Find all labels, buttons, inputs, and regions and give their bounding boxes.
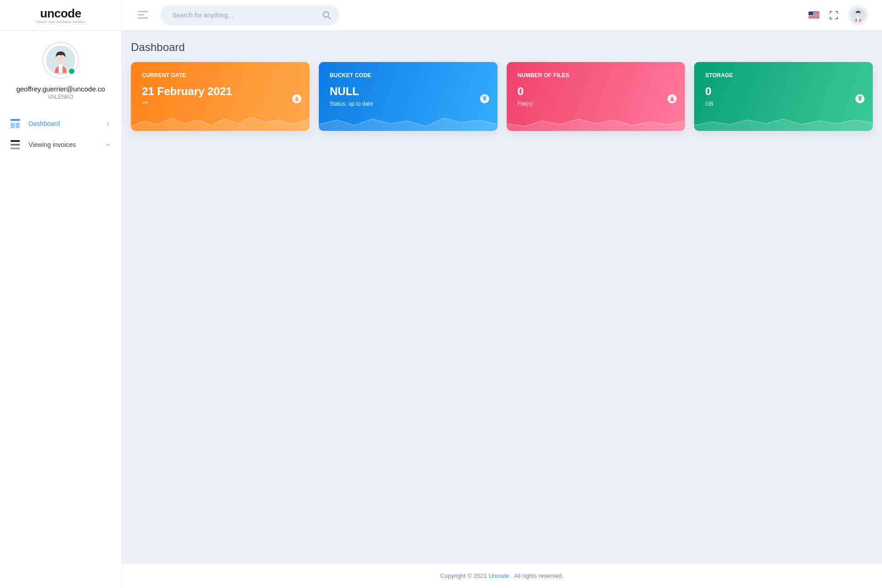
card-value: 0: [518, 85, 674, 98]
profile-block: geoffrey.guerrier@uncode.co VALENKO: [0, 31, 121, 108]
card-sub: File(s): [518, 101, 674, 107]
card-action-upload[interactable]: [480, 94, 489, 103]
svg-rect-6: [11, 140, 20, 142]
avatar[interactable]: [42, 42, 79, 79]
dashboard-icon: [10, 119, 20, 129]
card-value: NULL: [330, 85, 486, 98]
header-actions: [808, 5, 873, 25]
sidebar-item-label: Dashboard: [28, 120, 60, 127]
header: [122, 0, 882, 31]
card-bucket-code: BUCKET CODE NULL Status: up to date: [319, 62, 498, 131]
footer-suffix: . All rights reserved.: [511, 572, 564, 579]
sparkline: [694, 111, 873, 131]
card-label: NUMBER OF FILES: [518, 72, 674, 79]
svg-rect-7: [11, 144, 20, 146]
sparkline: [319, 111, 498, 131]
svg-rect-17: [808, 15, 820, 16]
footer-prefix: Copyright © 2021: [440, 572, 486, 579]
sidebar-item-viewing-invoices[interactable]: Viewing invoices: [0, 134, 121, 155]
svg-rect-1: [59, 64, 63, 73]
fullscreen-button[interactable]: [829, 10, 839, 20]
sidebar-nav: Dashboard Viewing invoices: [0, 108, 121, 160]
svg-rect-9: [138, 11, 148, 12]
svg-rect-3: [11, 119, 20, 121]
card-action-download[interactable]: [667, 94, 677, 103]
svg-rect-20: [808, 11, 813, 15]
svg-rect-18: [808, 17, 820, 17]
card-value: 21 February 2021: [142, 85, 299, 98]
card-number-of-files: NUMBER OF FILES 0 File(s): [507, 62, 685, 131]
footer-brand-link[interactable]: Uncode: [489, 572, 509, 579]
footer: Copyright © 2021 Uncode . All rights res…: [122, 563, 882, 588]
card-value: 0: [705, 85, 862, 98]
card-label: STORAGE: [705, 72, 862, 79]
menu-toggle-button[interactable]: [134, 6, 152, 24]
hamburger-icon: [138, 11, 148, 19]
user-avatar-button[interactable]: [848, 5, 868, 25]
card-current-date: CURRENT DATE 21 February 2021 ***: [131, 62, 310, 131]
search-icon[interactable]: [322, 11, 331, 20]
card-sub: GB: [705, 101, 862, 107]
logo-subtitle: Unlock Your Business Solution: [36, 20, 86, 24]
svg-rect-22: [857, 17, 859, 22]
search-wrap: [160, 5, 339, 25]
avatar-icon: [850, 7, 866, 23]
card-label: CURRENT DATE: [142, 72, 299, 79]
svg-rect-11: [138, 17, 148, 19]
card-storage: STORAGE 0 GB: [694, 62, 873, 131]
svg-rect-19: [808, 18, 820, 19]
profile-email: geoffrey.guerrier@uncode.co: [16, 85, 105, 93]
card-action-download[interactable]: [292, 94, 301, 103]
card-sub: ***: [142, 101, 299, 107]
logo[interactable]: uncode Unlock Your Business Solution: [0, 0, 121, 31]
chevron-down-icon: [105, 141, 111, 148]
fullscreen-icon: [830, 11, 838, 19]
main-content: Dashboard CURRENT DATE 21 February 2021 …: [122, 31, 882, 588]
svg-rect-4: [11, 123, 15, 128]
chevron-right-icon: [105, 120, 111, 127]
search-input[interactable]: [160, 5, 339, 25]
download-icon: [670, 96, 674, 101]
svg-rect-10: [138, 14, 144, 16]
logo-text: uncode: [40, 6, 81, 21]
page-title: Dashboard: [122, 31, 882, 62]
card-action-upload[interactable]: [855, 94, 865, 103]
sidebar: uncode Unlock Your Business Solution geo…: [0, 0, 122, 588]
card-label: BUCKET CODE: [330, 72, 486, 79]
status-online-icon: [68, 68, 75, 75]
invoices-icon: [10, 140, 20, 150]
upload-icon: [482, 96, 487, 101]
download-icon: [294, 96, 299, 101]
language-flag-us[interactable]: [808, 11, 820, 19]
sidebar-item-label: Viewing invoices: [28, 141, 76, 148]
profile-company: VALENKO: [48, 94, 74, 100]
sparkline: [131, 111, 310, 131]
svg-line-13: [328, 17, 330, 19]
sidebar-item-dashboard[interactable]: Dashboard: [0, 113, 121, 134]
summary-cards: CURRENT DATE 21 February 2021 *** BUCKET…: [122, 62, 882, 131]
card-sub: Status: up to date: [330, 101, 486, 107]
svg-rect-5: [16, 123, 20, 128]
upload-icon: [858, 96, 862, 101]
sparkline: [507, 111, 685, 131]
svg-rect-8: [11, 147, 20, 149]
